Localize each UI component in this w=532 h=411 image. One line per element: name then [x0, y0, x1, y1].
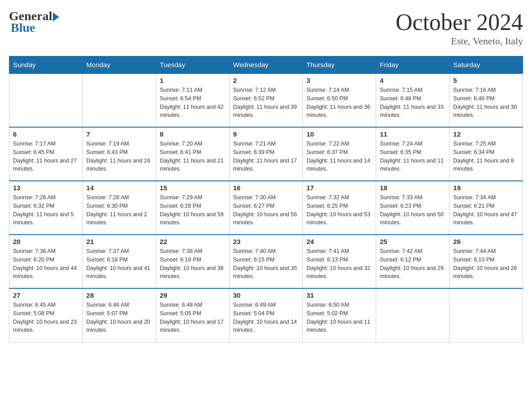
logo-arrow-icon: [53, 13, 59, 21]
calendar-cell: 25Sunrise: 7:42 AMSunset: 6:12 PMDayligh…: [376, 235, 450, 288]
calendar-cell: 4Sunrise: 7:15 AMSunset: 6:48 PMDaylight…: [376, 73, 450, 127]
day-info: Sunrise: 6:50 AMSunset: 5:02 PMDaylight:…: [306, 301, 372, 334]
calendar-cell: 30Sunrise: 6:49 AMSunset: 5:04 PMDayligh…: [229, 288, 303, 342]
day-number: 18: [380, 184, 446, 192]
day-number: 12: [453, 130, 519, 138]
logo-blue-text: Blue: [11, 21, 35, 35]
calendar-header-friday: Friday: [376, 56, 450, 74]
calendar-week-row: 27Sunrise: 6:45 AMSunset: 5:08 PMDayligh…: [9, 288, 523, 342]
title-section: October 2024 Este, Veneto, Italy: [396, 9, 523, 47]
calendar-cell: 20Sunrise: 7:36 AMSunset: 6:20 PMDayligh…: [9, 235, 83, 288]
calendar-cell: 27Sunrise: 6:45 AMSunset: 5:08 PMDayligh…: [9, 288, 83, 342]
calendar-cell: 10Sunrise: 7:22 AMSunset: 6:37 PMDayligh…: [303, 127, 376, 181]
calendar-cell: 2Sunrise: 7:12 AMSunset: 6:52 PMDaylight…: [229, 73, 303, 127]
day-info: Sunrise: 6:45 AMSunset: 5:08 PMDaylight:…: [13, 301, 79, 334]
day-info: Sunrise: 6:48 AMSunset: 5:05 PMDaylight:…: [160, 301, 226, 334]
day-info: Sunrise: 7:21 AMSunset: 6:39 PMDaylight:…: [233, 140, 299, 173]
day-number: 6: [13, 130, 79, 138]
day-number: 8: [160, 130, 226, 138]
day-info: Sunrise: 7:41 AMSunset: 6:13 PMDaylight:…: [306, 247, 372, 281]
calendar-cell: 17Sunrise: 7:32 AMSunset: 6:25 PMDayligh…: [303, 181, 376, 235]
calendar-week-row: 1Sunrise: 7:11 AMSunset: 6:54 PMDaylight…: [9, 73, 523, 127]
day-info: Sunrise: 7:22 AMSunset: 6:37 PMDaylight:…: [306, 140, 372, 173]
calendar-cell: 9Sunrise: 7:21 AMSunset: 6:39 PMDaylight…: [229, 127, 303, 181]
calendar-cell: 3Sunrise: 7:14 AMSunset: 6:50 PMDaylight…: [303, 73, 376, 127]
calendar-week-row: 13Sunrise: 7:26 AMSunset: 6:32 PMDayligh…: [9, 181, 523, 235]
calendar-header-row: SundayMondayTuesdayWednesdayThursdayFrid…: [9, 56, 523, 74]
day-number: 1: [160, 77, 226, 84]
day-info: Sunrise: 7:33 AMSunset: 6:23 PMDaylight:…: [380, 193, 446, 227]
day-info: Sunrise: 7:14 AMSunset: 6:50 PMDaylight:…: [306, 86, 372, 120]
day-info: Sunrise: 7:11 AMSunset: 6:54 PMDaylight:…: [160, 86, 226, 120]
day-info: Sunrise: 7:19 AMSunset: 6:43 PMDaylight:…: [86, 140, 152, 173]
calendar-cell: 8Sunrise: 7:20 AMSunset: 6:41 PMDaylight…: [156, 127, 229, 181]
calendar-table: SundayMondayTuesdayWednesdayThursdayFrid…: [9, 56, 523, 342]
calendar-week-row: 20Sunrise: 7:36 AMSunset: 6:20 PMDayligh…: [9, 235, 523, 288]
day-number: 27: [13, 291, 79, 299]
day-number: 30: [233, 291, 299, 299]
day-info: Sunrise: 7:42 AMSunset: 6:12 PMDaylight:…: [380, 247, 446, 281]
calendar-header-tuesday: Tuesday: [156, 56, 229, 74]
calendar-cell: 15Sunrise: 7:29 AMSunset: 6:28 PMDayligh…: [156, 181, 229, 235]
calendar-cell: 23Sunrise: 7:40 AMSunset: 6:15 PMDayligh…: [229, 235, 303, 288]
calendar-cell: 24Sunrise: 7:41 AMSunset: 6:13 PMDayligh…: [303, 235, 376, 288]
calendar-cell: [450, 288, 523, 342]
day-info: Sunrise: 7:15 AMSunset: 6:48 PMDaylight:…: [380, 86, 446, 120]
day-info: Sunrise: 7:44 AMSunset: 6:10 PMDaylight:…: [453, 247, 519, 281]
calendar-cell: 21Sunrise: 7:37 AMSunset: 6:18 PMDayligh…: [82, 235, 156, 288]
logo: General Blue: [9, 9, 59, 35]
day-info: Sunrise: 7:20 AMSunset: 6:41 PMDaylight:…: [160, 140, 226, 173]
calendar-header-wednesday: Wednesday: [229, 56, 303, 74]
calendar-header-sunday: Sunday: [9, 56, 83, 74]
calendar-cell: 5Sunrise: 7:16 AMSunset: 6:46 PMDaylight…: [450, 73, 523, 127]
calendar-cell: 13Sunrise: 7:26 AMSunset: 6:32 PMDayligh…: [9, 181, 83, 235]
calendar-cell: 29Sunrise: 6:48 AMSunset: 5:05 PMDayligh…: [156, 288, 229, 342]
day-number: 11: [380, 130, 446, 138]
day-number: 19: [453, 184, 519, 192]
day-info: Sunrise: 7:37 AMSunset: 6:18 PMDaylight:…: [86, 247, 152, 281]
calendar-cell: 11Sunrise: 7:24 AMSunset: 6:35 PMDayligh…: [376, 127, 450, 181]
calendar-cell: 19Sunrise: 7:34 AMSunset: 6:21 PMDayligh…: [450, 181, 523, 235]
day-info: Sunrise: 7:26 AMSunset: 6:32 PMDaylight:…: [13, 193, 79, 227]
day-number: 7: [86, 130, 152, 138]
day-number: 26: [453, 238, 519, 245]
calendar-cell: 7Sunrise: 7:19 AMSunset: 6:43 PMDaylight…: [82, 127, 156, 181]
calendar-cell: 26Sunrise: 7:44 AMSunset: 6:10 PMDayligh…: [450, 235, 523, 288]
day-info: Sunrise: 7:30 AMSunset: 6:27 PMDaylight:…: [233, 193, 299, 227]
day-number: 20: [13, 238, 79, 245]
calendar-cell: 22Sunrise: 7:38 AMSunset: 6:16 PMDayligh…: [156, 235, 229, 288]
calendar-header-saturday: Saturday: [450, 56, 523, 74]
day-info: Sunrise: 7:28 AMSunset: 6:30 PMDaylight:…: [86, 193, 152, 227]
calendar-cell: 31Sunrise: 6:50 AMSunset: 5:02 PMDayligh…: [303, 288, 376, 342]
month-title: October 2024: [396, 9, 523, 35]
day-number: 17: [306, 184, 372, 192]
day-number: 10: [306, 130, 372, 138]
location-text: Este, Veneto, Italy: [396, 35, 523, 47]
day-info: Sunrise: 7:12 AMSunset: 6:52 PMDaylight:…: [233, 86, 299, 120]
day-info: Sunrise: 7:24 AMSunset: 6:35 PMDaylight:…: [380, 140, 446, 173]
day-number: 25: [380, 238, 446, 245]
day-info: Sunrise: 6:49 AMSunset: 5:04 PMDaylight:…: [233, 301, 299, 334]
day-number: 14: [86, 184, 152, 192]
day-number: 4: [380, 77, 446, 84]
calendar-cell: [82, 73, 156, 127]
day-number: 24: [306, 238, 372, 245]
day-info: Sunrise: 6:46 AMSunset: 5:07 PMDaylight:…: [86, 301, 152, 334]
day-number: 28: [86, 291, 152, 299]
day-number: 15: [160, 184, 226, 192]
day-number: 9: [233, 130, 299, 138]
calendar-cell: 1Sunrise: 7:11 AMSunset: 6:54 PMDaylight…: [156, 73, 229, 127]
day-info: Sunrise: 7:32 AMSunset: 6:25 PMDaylight:…: [306, 193, 372, 227]
day-number: 22: [160, 238, 226, 245]
day-number: 29: [160, 291, 226, 299]
day-number: 5: [453, 77, 519, 84]
day-number: 2: [233, 77, 299, 84]
day-info: Sunrise: 7:29 AMSunset: 6:28 PMDaylight:…: [160, 193, 226, 227]
calendar-cell: 6Sunrise: 7:17 AMSunset: 6:45 PMDaylight…: [9, 127, 83, 181]
calendar-cell: [376, 288, 450, 342]
day-number: 16: [233, 184, 299, 192]
calendar-week-row: 6Sunrise: 7:17 AMSunset: 6:45 PMDaylight…: [9, 127, 523, 181]
calendar-cell: 16Sunrise: 7:30 AMSunset: 6:27 PMDayligh…: [229, 181, 303, 235]
calendar-cell: 18Sunrise: 7:33 AMSunset: 6:23 PMDayligh…: [376, 181, 450, 235]
calendar-cell: 12Sunrise: 7:25 AMSunset: 6:34 PMDayligh…: [450, 127, 523, 181]
